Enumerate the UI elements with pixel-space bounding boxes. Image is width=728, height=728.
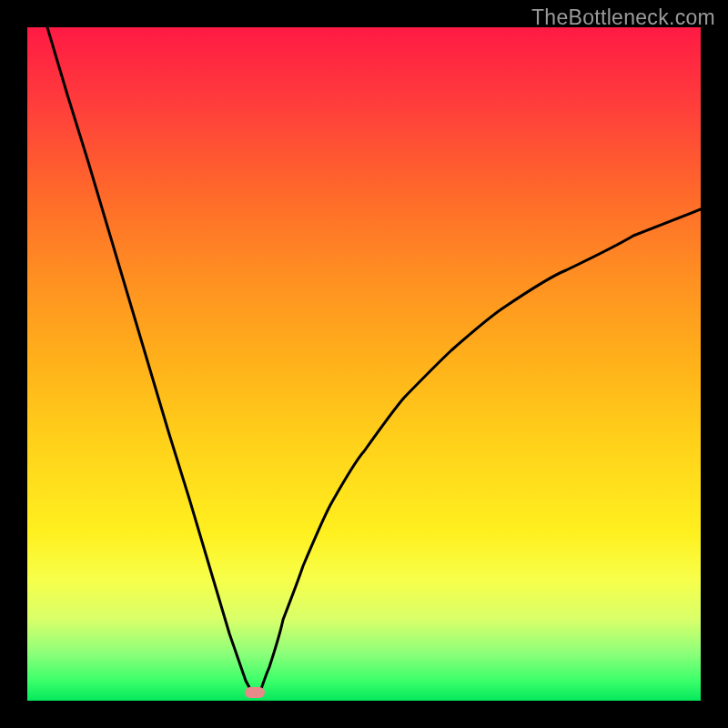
- bottleneck-marker: [245, 687, 265, 698]
- chart-frame: TheBottleneck.com: [0, 0, 728, 728]
- watermark-text: TheBottleneck.com: [531, 5, 715, 30]
- curve-left-branch: [47, 27, 253, 694]
- curve-right-branch: [259, 209, 701, 694]
- plot-area: [27, 27, 701, 701]
- bottleneck-curve: [27, 27, 701, 701]
